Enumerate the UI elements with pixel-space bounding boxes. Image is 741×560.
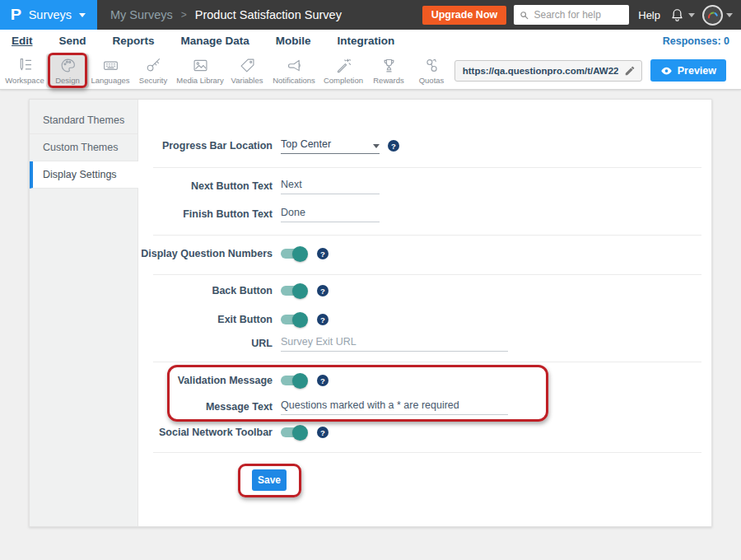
toolbar-item-security[interactable]: Security	[132, 54, 175, 88]
exit-button-toggle[interactable]	[281, 315, 305, 324]
tab-mobile[interactable]: Mobile	[276, 35, 311, 47]
topbar-actions: Upgrade Now Help	[422, 5, 741, 26]
message-text-label: Message Text	[138, 401, 273, 413]
toolbar-item-languages[interactable]: Languages	[89, 54, 132, 88]
toolbar-item-quotas[interactable]: Quotas	[410, 54, 453, 88]
toolbar-item-label: Notifications	[273, 76, 315, 85]
social-network-toolbar-row: Social Network Toolbar ?	[138, 422, 695, 443]
help-icon[interactable]: ?	[317, 427, 329, 438]
security-icon	[145, 57, 162, 74]
responses-count[interactable]: Responses: 0	[663, 35, 729, 47]
finish-button-text-input[interactable]	[281, 207, 380, 222]
social-network-toolbar-label: Social Network Toolbar	[138, 427, 273, 438]
help-icon[interactable]: ?	[317, 314, 329, 325]
help-icon[interactable]: ?	[317, 285, 329, 296]
breadcrumb-my-surveys[interactable]: My Surveys	[110, 8, 173, 21]
next-button-text-input[interactable]	[281, 179, 380, 194]
tab-send[interactable]: Send	[59, 35, 86, 47]
toolbar-item-label: Rewards	[373, 76, 404, 85]
quotas-icon	[423, 57, 440, 74]
help-icon[interactable]: ?	[317, 248, 329, 259]
chevron-down-icon	[79, 13, 86, 17]
tab-integration[interactable]: Integration	[338, 35, 395, 47]
progress-bar-location-value: Top Center	[281, 138, 331, 150]
help-search[interactable]	[514, 5, 629, 25]
finish-button-text-label: Finish Button Text	[138, 208, 273, 220]
save-button[interactable]: Save	[252, 469, 287, 491]
edit-url-button[interactable]	[618, 61, 641, 81]
toolbar-item-media-library[interactable]: Media Library	[175, 54, 226, 88]
exit-url-row: URL	[138, 332, 695, 355]
toolbar-item-notifications[interactable]: Notifications	[268, 54, 319, 88]
media-library-icon	[192, 57, 209, 74]
upgrade-now-button[interactable]: Upgrade Now	[422, 6, 507, 25]
message-text-input[interactable]	[281, 399, 508, 415]
progress-bar-location-row: Progress Bar Location Top Center ?	[138, 133, 695, 158]
toolbar-item-design[interactable]: Design	[46, 54, 89, 88]
breadcrumb: My Surveys > Product Satisfaction Survey	[110, 8, 342, 21]
divider	[153, 167, 701, 168]
completion-icon	[335, 57, 352, 74]
preview-label: Preview	[678, 65, 716, 77]
tab-reports[interactable]: Reports	[113, 35, 155, 47]
validation-message-row: Validation Message ?	[138, 370, 695, 391]
progress-bar-location-select[interactable]: Top Center	[281, 138, 380, 154]
pencil-icon	[624, 65, 636, 77]
workspace-icon	[16, 57, 34, 74]
design-settings-card: Standard Themes Custom Themes Display Se…	[29, 99, 712, 527]
tab-edit[interactable]: Edit	[12, 35, 33, 47]
display-question-numbers-row: Display Question Numbers ?	[138, 243, 695, 264]
sidebar-item-custom-themes[interactable]: Custom Themes	[30, 134, 137, 161]
exit-button-label: Exit Button	[138, 314, 273, 325]
toolbar-item-label: Workspace	[5, 76, 44, 85]
app-window: P Surveys My Surveys > Product Satisfact…	[0, 0, 741, 560]
survey-share-url[interactable]: https://qa.questionpro.com/t/AW22Zcq2J	[454, 60, 642, 82]
toolbar-item-label: Quotas	[419, 76, 445, 85]
design-icon	[59, 57, 77, 74]
back-button-toggle[interactable]	[281, 286, 305, 296]
design-side-nav: Standard Themes Custom Themes Display Se…	[30, 100, 138, 526]
variables-icon	[239, 57, 256, 74]
sidebar-item-standard-themes[interactable]: Standard Themes	[30, 107, 137, 134]
chevron-down-icon	[726, 13, 733, 17]
validation-message-label: Validation Message	[138, 375, 273, 386]
back-button-label: Back Button	[138, 285, 273, 296]
preview-button[interactable]: Preview	[650, 59, 726, 82]
social-network-toolbar-toggle[interactable]	[281, 427, 305, 437]
divider	[153, 235, 701, 236]
divider	[153, 274, 701, 275]
product-switcher[interactable]: P Surveys	[0, 0, 97, 30]
display-question-numbers-toggle[interactable]	[281, 249, 305, 259]
tab-manage-data[interactable]: Manage Data	[181, 35, 249, 47]
toolbar-item-workspace[interactable]: Workspace	[3, 54, 46, 88]
exit-url-label: URL	[138, 338, 273, 349]
message-text-row: Message Text	[138, 395, 695, 418]
toolbar-item-label: Security	[139, 76, 167, 85]
account-menu-button[interactable]	[702, 5, 733, 26]
toolbar-item-rewards[interactable]: Rewards	[367, 54, 410, 88]
help-link[interactable]: Help	[638, 9, 660, 21]
eye-icon	[660, 66, 673, 76]
toolbar-item-completion[interactable]: Completion	[319, 54, 367, 88]
divider	[153, 452, 701, 453]
display-settings-panel: Progress Bar Location Top Center ? Next …	[138, 100, 711, 526]
next-button-text-label: Next Button Text	[138, 180, 273, 192]
notifications-bell-button[interactable]	[669, 7, 695, 23]
toolbar-item-label: Media Library	[176, 76, 224, 85]
chevron-down-icon	[688, 13, 695, 17]
rewards-icon	[380, 57, 398, 74]
finish-button-text-row: Finish Button Text	[138, 202, 695, 226]
help-icon[interactable]: ?	[388, 140, 399, 152]
exit-url-input[interactable]	[281, 336, 508, 352]
validation-message-toggle[interactable]	[281, 376, 305, 385]
toolbar-item-label: Languages	[91, 76, 129, 85]
toolbar-item-variables[interactable]: Variables	[226, 54, 268, 88]
languages-icon	[102, 57, 119, 74]
search-input[interactable]	[534, 9, 623, 21]
notifications-icon	[286, 57, 303, 74]
exit-button-row: Exit Button ?	[138, 309, 695, 330]
product-menu-label: Surveys	[29, 8, 72, 21]
display-question-numbers-label: Display Question Numbers	[138, 248, 273, 259]
help-icon[interactable]: ?	[317, 375, 329, 386]
sidebar-item-display-settings[interactable]: Display Settings	[30, 161, 138, 189]
